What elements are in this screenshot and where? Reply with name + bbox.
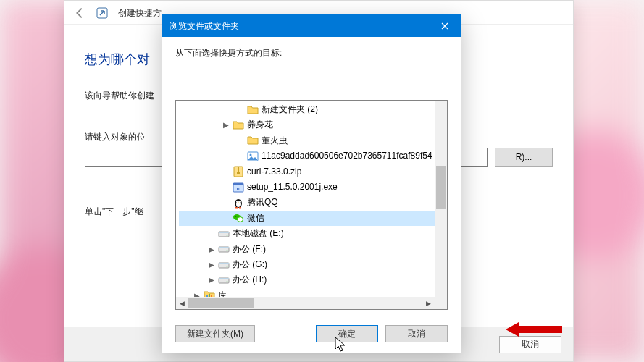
svg-rect-29 bbox=[219, 278, 229, 279]
svg-point-17 bbox=[239, 219, 240, 219]
svg-point-27 bbox=[227, 266, 228, 267]
drive-icon bbox=[218, 243, 230, 255]
wechat-icon bbox=[233, 212, 244, 224]
svg-point-14 bbox=[238, 217, 243, 222]
expander-icon[interactable]: ▶ bbox=[206, 257, 217, 272]
tree-item[interactable]: 11ac9addad600506e702b7365711fcaf89f54 bbox=[179, 148, 435, 164]
close-icon[interactable] bbox=[428, 15, 461, 37]
dialog-footer: 新建文件夹(M) 确定 取消 bbox=[162, 315, 461, 353]
wizard-title: 创建快捷方 bbox=[118, 7, 162, 20]
folder-icon bbox=[247, 135, 259, 146]
svg-point-16 bbox=[238, 216, 239, 218]
svg-rect-5 bbox=[237, 172, 240, 174]
exe-icon bbox=[233, 182, 244, 193]
folder-icon bbox=[247, 104, 259, 116]
tree-item[interactable]: 本地磁盘 (E:) bbox=[179, 226, 435, 241]
tree-item-label: 新建文件夹 (2) bbox=[262, 102, 318, 117]
svg-rect-20 bbox=[219, 232, 229, 233]
tree-item[interactable]: setup_11.5.0.2001j.exe bbox=[179, 180, 435, 195]
image-icon bbox=[247, 151, 259, 162]
tree-item[interactable]: 董火虫 bbox=[179, 133, 435, 148]
svg-point-30 bbox=[227, 281, 228, 282]
svg-point-2 bbox=[250, 153, 252, 156]
tree-item[interactable]: 腾讯QQ bbox=[179, 195, 435, 210]
browse-button[interactable]: R)... bbox=[495, 148, 553, 167]
dialog-titlebar: 浏览文件或文件夹 bbox=[162, 15, 461, 37]
tree-item-label: 办公 (F:) bbox=[233, 242, 266, 257]
scrollbar-corner bbox=[435, 297, 447, 309]
dialog-cancel-button[interactable]: 取消 bbox=[385, 325, 448, 342]
back-icon[interactable] bbox=[72, 5, 88, 21]
expander-icon[interactable]: ▶ bbox=[206, 272, 217, 287]
svg-point-10 bbox=[236, 201, 238, 203]
tree-item-label: curl-7.33.0.zip bbox=[247, 164, 301, 180]
tree-item[interactable]: 新建文件夹 (2) bbox=[179, 102, 435, 117]
horizontal-scrollbar[interactable]: ◀▶ bbox=[176, 297, 435, 309]
svg-rect-7 bbox=[233, 183, 243, 185]
qq-icon bbox=[233, 197, 244, 209]
vertical-scrollbar[interactable] bbox=[435, 101, 447, 297]
svg-point-21 bbox=[227, 235, 228, 236]
tree-item-label: 办公 (H:) bbox=[233, 272, 267, 287]
tree-item-label: 微信 bbox=[247, 211, 264, 226]
drive-icon bbox=[218, 228, 230, 240]
shortcut-icon bbox=[96, 7, 108, 19]
expander-icon[interactable]: ▶ bbox=[221, 117, 231, 132]
wizard-cancel-button[interactable]: 取消 bbox=[499, 336, 561, 353]
tree-item[interactable]: ▶养身花 bbox=[179, 117, 435, 132]
tree-item-label: 董火虫 bbox=[262, 133, 288, 148]
ok-button[interactable]: 确定 bbox=[316, 325, 378, 342]
tree-item[interactable]: 微信 bbox=[179, 211, 435, 226]
folder-icon bbox=[233, 119, 244, 131]
svg-point-11 bbox=[239, 201, 241, 203]
svg-point-18 bbox=[241, 219, 241, 219]
drive-icon bbox=[218, 274, 230, 286]
tree-item[interactable]: ▶办公 (H:) bbox=[179, 272, 435, 287]
tree-item[interactable]: ▶办公 (G:) bbox=[179, 257, 435, 272]
tree-item-label: 养身花 bbox=[247, 117, 273, 132]
svg-point-24 bbox=[227, 250, 228, 251]
folder-tree[interactable]: 新建文件夹 (2)▶养身花董火虫11ac9addad600506e702b736… bbox=[175, 100, 448, 310]
tree-item-label: 11ac9addad600506e702b7365711fcaf89f54 bbox=[262, 148, 432, 164]
tree-item[interactable]: ▶办公 (F:) bbox=[179, 242, 435, 257]
svg-point-15 bbox=[235, 216, 237, 218]
tree-item-label: setup_11.5.0.2001j.exe bbox=[247, 180, 338, 195]
expander-icon[interactable]: ▶ bbox=[206, 242, 217, 257]
dialog-title: 浏览文件或文件夹 bbox=[170, 20, 239, 33]
tree-item-label: 办公 (G:) bbox=[233, 257, 267, 272]
tree-item[interactable]: curl-7.33.0.zip bbox=[179, 164, 435, 180]
tree-item-label: 腾讯QQ bbox=[247, 195, 278, 210]
drive-icon bbox=[218, 259, 230, 271]
browse-folder-dialog: 浏览文件或文件夹 从下面选择快捷方式的目标: 新建文件夹 (2)▶养身花董火虫1… bbox=[162, 14, 461, 353]
svg-point-12 bbox=[238, 202, 239, 203]
tree-item-label: 本地磁盘 (E:) bbox=[233, 226, 284, 241]
dialog-instruction: 从下面选择快捷方式的目标: bbox=[175, 47, 448, 59]
new-folder-button[interactable]: 新建文件夹(M) bbox=[175, 325, 255, 342]
svg-rect-4 bbox=[238, 167, 239, 172]
svg-rect-26 bbox=[219, 263, 229, 264]
zip-icon bbox=[233, 166, 244, 177]
svg-rect-23 bbox=[219, 247, 229, 248]
